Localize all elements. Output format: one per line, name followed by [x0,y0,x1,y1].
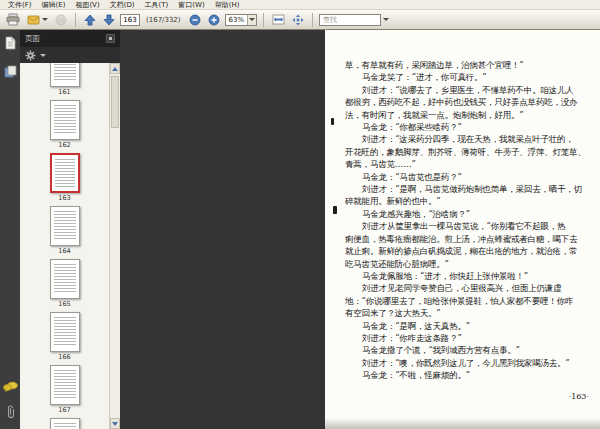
thumbnail-page-label: 165 [58,301,70,308]
menu-item[interactable]: 工具(T) [140,0,174,10]
page-thumbnail[interactable]: 164 [50,206,80,255]
zoom-out-button[interactable] [187,12,203,28]
toolbar-separator [75,13,76,27]
pages-panel: 页面 [20,30,120,429]
globe-icon [55,14,67,26]
panel-options-gear-button[interactable] [25,46,36,65]
menu-item[interactable]: 文件(F) [3,0,37,10]
menu-item[interactable]: 帮助(H) [210,0,245,10]
arrow-up-icon [84,14,96,26]
panel-close-button[interactable] [106,34,115,43]
page-thumbnail[interactable]: 161 [50,63,80,96]
menu-item[interactable]: 编辑(E) [37,0,71,10]
search-input[interactable] [319,14,381,26]
fit-width-button[interactable] [270,12,287,28]
thumbnail-page-image[interactable] [50,259,80,299]
pages-panel-title: 页面 [25,34,40,44]
fit-page-button[interactable] [290,12,306,28]
previous-page-button[interactable] [82,12,98,28]
zoom-level-combo[interactable]: 63% [225,14,258,26]
arrow-down-icon [103,14,115,26]
text-line: 马金龙感兴趣地，“治啥病？” [345,208,595,220]
text-line: 地：“你说哪里去了，咱给张仲景提鞋，怕人家都不要哩！你咋 [345,295,595,307]
scroll-down-button[interactable] [110,418,120,429]
text-line: 有空回来了？这大热天。” [345,307,595,319]
email-button[interactable] [25,12,50,28]
zoom-dropdown-caret[interactable] [247,15,256,25]
thumbnail-page-label: 167 [58,407,70,414]
page-thumbnail[interactable]: 163 [50,153,80,202]
scroll-down-icon [112,422,118,426]
zoom-in-button[interactable] [206,12,222,28]
attachments-tab-icon[interactable] [4,404,16,423]
thumbnail-page-label: 166 [58,354,70,361]
document-page: 草，有草就有药，采闲踏边草，治病甚个宜哩！”马金龙笑了：“进才，你可真行。”刘进… [325,30,600,429]
page-thumbnail[interactable]: 166 [50,312,80,361]
comments-tab-icon[interactable] [3,378,18,397]
next-page-button[interactable] [101,12,117,28]
scan-artifact [333,206,337,214]
page-thumbnail[interactable]: 165 [50,259,80,308]
text-line: 都很穷，西药吃不起，好中药也没钱买，只好弄点草药吃，没办 [345,96,595,108]
text-line: 痢便血，热毒疮瘤都能治。煎上汤，冲点蜂蜜或者白糖，喝下去 [345,233,595,245]
thumbnail-page-image[interactable] [50,63,80,87]
zoom-out-icon [189,14,201,26]
menu-bar: 文件(F)编辑(E)视图(V)文档(D)工具(T)窗口(W)帮助(H) [0,0,600,10]
pages-tab-icon[interactable] [4,35,16,54]
search-dropdown-caret[interactable] [383,18,389,21]
zoom-in-icon [208,14,220,26]
collaborate-button[interactable] [53,12,69,28]
pages-panel-header: 页面 [20,30,120,47]
text-line: 马金龙：“马齿苋也是药？” [345,171,595,183]
text-line: 青蒿，马齿苋……” [345,158,595,170]
page-count-label: (167/332) [146,16,181,24]
thumbnail-page-label: 163 [58,195,70,202]
text-line: 刘进才：“这采药分四季，现在天热，我就采点叶子壮的， [345,133,595,145]
sidebar-scrollbar[interactable] [109,63,120,429]
text-line: 马金龙笑了：“进才，你可真行。” [345,71,595,83]
fit-page-icon [292,14,304,26]
page-number-input[interactable] [120,14,140,26]
gear-dropdown-caret[interactable] [40,54,46,57]
toolbar: (167/332) 63% [0,10,600,30]
text-line: 碎就能用。新鲜的也中。” [345,195,595,207]
page-thumbnail[interactable] [50,418,80,429]
page-thumbnail[interactable]: 162 [50,100,80,149]
pages-panel-toolbar [20,47,120,63]
menu-item[interactable]: 窗口(W) [173,0,209,10]
toolbar-separator [263,13,264,27]
scrollbar-thumb[interactable] [111,76,119,128]
scroll-up-button[interactable] [110,63,120,74]
navigation-rail [0,30,20,429]
thumbnail-page-label: 161 [58,89,70,96]
thumbnail-list: 161 162 163 [20,63,120,429]
scroll-up-icon [112,67,118,71]
thumbnail-page-image[interactable] [50,153,80,193]
text-line: 刘进才从筐里拿出一棵马齿苋说，“你别看它不起眼，热 [345,220,595,232]
menu-item[interactable]: 视图(V) [70,0,104,10]
gear-icon [25,50,36,61]
thumbnail-page-label: 162 [58,142,70,149]
bookmarks-tab-icon[interactable] [4,63,17,82]
text-line: 马金龙：“你都采些啥药？” [345,121,595,133]
search-box [319,14,389,26]
thumbnail-page-label: 164 [58,248,70,255]
caret-down-icon [249,18,255,21]
text-line: 吃马齿苋还能防心脏病哩。” [345,258,595,270]
menu-item[interactable]: 文档(D) [105,0,140,10]
page-thumbnail[interactable]: 167 [50,365,80,414]
thumbnail-page-image[interactable] [50,312,80,352]
email-dropdown-caret[interactable] [42,18,48,21]
document-pane: 草，有草就有药，采闲踏边草，治病甚个宜哩！”马金龙笑了：“进才，你可真行。”刘进… [120,30,600,429]
text-line: 刘进才：“你咋走这条路？” [345,332,595,344]
main-content: 页面 [0,30,600,429]
toolbar-separator [312,13,313,27]
thumbnail-page-image[interactable] [50,100,80,140]
rail-bottom-tabs [3,378,18,423]
text-line: 马金龙撒了个谎，“我到城西方营有点事。” [345,344,595,356]
thumbnail-page-image[interactable] [50,206,80,246]
print-button[interactable] [4,12,22,28]
thumbnail-page-image[interactable] [50,365,80,405]
thumbnail-page-image[interactable] [50,418,80,429]
text-line: 法，有时闲了，我就采一点。炮制炮制，好用。” [345,109,595,121]
